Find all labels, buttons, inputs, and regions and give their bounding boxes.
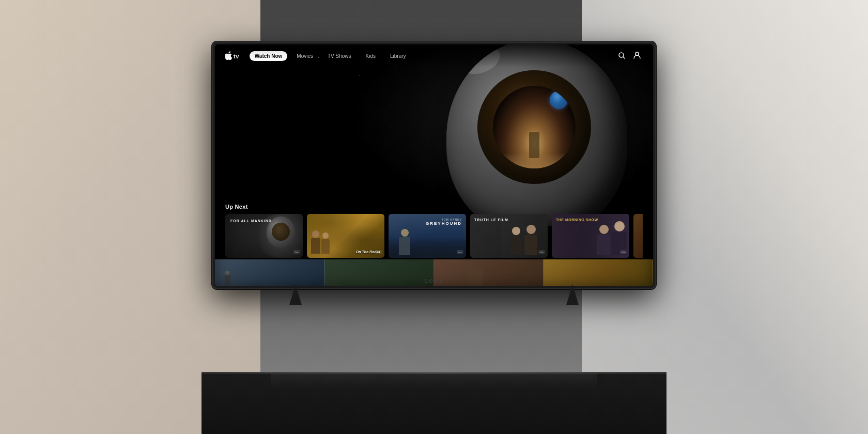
- thumb1-figure: [225, 271, 230, 285]
- card4-person2: [510, 227, 522, 255]
- bottom-thumb-3[interactable]: [434, 259, 544, 286]
- tv-frame: tv Watch Now Movies TV Shows Kids Librar…: [212, 41, 656, 289]
- appletv-badge-label: tv+: [293, 250, 300, 254]
- thumb2-bg: [324, 259, 433, 286]
- thumb3-door: [467, 268, 483, 286]
- thumb-4-content: [544, 259, 653, 286]
- card-truth[interactable]: TRUTH le film tv+: [470, 214, 548, 258]
- thumb3-bg: [434, 259, 543, 286]
- card-on-the-rocks[interactable]: On The Rocks tv+: [307, 214, 384, 258]
- card5-b2: [597, 235, 610, 255]
- tv-furniture: [202, 372, 667, 434]
- svg-line-1: [623, 57, 625, 58]
- visor-reflection: [493, 86, 576, 168]
- card-2-appletv-badge: tv+: [375, 246, 382, 255]
- t1-head: [225, 271, 229, 275]
- card-2-badge-label: tv+: [375, 250, 382, 254]
- search-icon[interactable]: [616, 50, 627, 63]
- card-partial[interactable]: [633, 214, 643, 258]
- apple-icon: [225, 51, 233, 60]
- card-5-badge-label: tv+: [620, 250, 627, 254]
- apple-tv-text: tv: [234, 53, 239, 59]
- apple-tv-logo: tv: [225, 51, 239, 61]
- bottom-thumb-1[interactable]: [215, 259, 324, 286]
- card-2-person2: [321, 233, 330, 254]
- tv-screen: tv Watch Now Movies TV Shows Kids Librar…: [215, 44, 653, 286]
- star-3: [360, 75, 360, 76]
- nav-tv-shows[interactable]: TV Shows: [322, 51, 357, 61]
- visor-earth: [550, 91, 568, 109]
- card-4-title-text: TRUTH le film: [474, 218, 508, 222]
- search-svg: [618, 52, 625, 59]
- apple-logo-icon: [225, 51, 233, 61]
- card4-truth: TRUTH le film: [474, 218, 508, 222]
- hero-background: [324, 44, 653, 226]
- helmet-outer: [446, 44, 627, 226]
- card-1-appletv-badge: tv+: [293, 246, 300, 255]
- card-3-appletv-badge: tv+: [457, 246, 463, 255]
- card-6-bg: [633, 214, 643, 258]
- thumb-1-content: [215, 259, 324, 286]
- bottom-thumb-4[interactable]: [544, 259, 653, 286]
- card-for-all-mankind[interactable]: FOR ALL MANKIND tv+: [225, 214, 303, 258]
- card4-head1: [526, 225, 536, 234]
- body2: [321, 239, 330, 254]
- tv-reflection: [271, 374, 597, 389]
- card4-body2: [510, 236, 522, 255]
- card3-head: [401, 229, 409, 237]
- tv-unit: tv Watch Now Movies TV Shows Kids Librar…: [212, 41, 656, 305]
- card-5-appletv-badge: tv+: [620, 246, 627, 255]
- visor-figure: [529, 132, 539, 158]
- card-1-title-text: FOR ALL MANKIND: [230, 219, 272, 223]
- card-3-greyhound: GREYHOUND: [426, 221, 462, 226]
- up-next-section: Up Next: [215, 204, 653, 258]
- bottom-thumb-2[interactable]: [324, 259, 434, 286]
- card-greyhound[interactable]: TOM HANKS GREYHOUND tv+: [389, 214, 466, 258]
- cards-row: FOR ALL MANKIND tv+: [225, 214, 643, 258]
- card-2-person1: [311, 230, 320, 254]
- card4-head2: [512, 227, 520, 235]
- head1: [312, 230, 319, 238]
- card4-body1: [524, 235, 537, 255]
- card5-h1: [614, 221, 625, 231]
- nav-library[interactable]: Library: [385, 51, 411, 61]
- thumb4-bg: [544, 259, 653, 286]
- apple-tv-ui: tv Watch Now Movies TV Shows Kids Librar…: [215, 44, 653, 286]
- card-4-badge-label: tv+: [538, 250, 545, 254]
- thumb-2-content: [324, 259, 433, 286]
- card5-h2: [599, 225, 609, 234]
- profile-icon[interactable]: [631, 50, 643, 63]
- thumb1-bg: [215, 259, 324, 286]
- body1: [311, 238, 320, 254]
- card-morning-show[interactable]: THE MORNING SHOW tv+: [552, 214, 629, 258]
- card-3-person: [399, 229, 410, 255]
- t1-body: [225, 275, 230, 285]
- navigation-bar: tv Watch Now Movies TV Shows Kids Librar…: [215, 44, 653, 68]
- card4-person1: [524, 225, 537, 255]
- head2: [322, 233, 329, 239]
- card-3-title-text: TOM HANKS GREYHOUND: [426, 218, 462, 226]
- up-next-label: Up Next: [225, 204, 643, 210]
- astronaut-image: [421, 44, 653, 226]
- nav-watch-now[interactable]: Watch Now: [250, 51, 288, 61]
- svg-point-2: [636, 52, 639, 55]
- nav-movies[interactable]: Movies: [291, 51, 318, 61]
- card3-body: [399, 237, 410, 255]
- card-1-visor: [272, 223, 290, 241]
- helmet-visor: [477, 70, 591, 184]
- thumb-3-content: [434, 259, 543, 286]
- card-4-appletv-badge: tv+: [538, 246, 545, 255]
- card5-p2: [597, 225, 610, 255]
- tv-brand-label: SONY: [424, 278, 444, 284]
- card-5-title-text: THE MORNING SHOW: [556, 218, 598, 222]
- card-3-badge-label: tv+: [457, 250, 463, 254]
- profile-svg: [633, 52, 641, 59]
- nav-kids[interactable]: Kids: [361, 51, 381, 61]
